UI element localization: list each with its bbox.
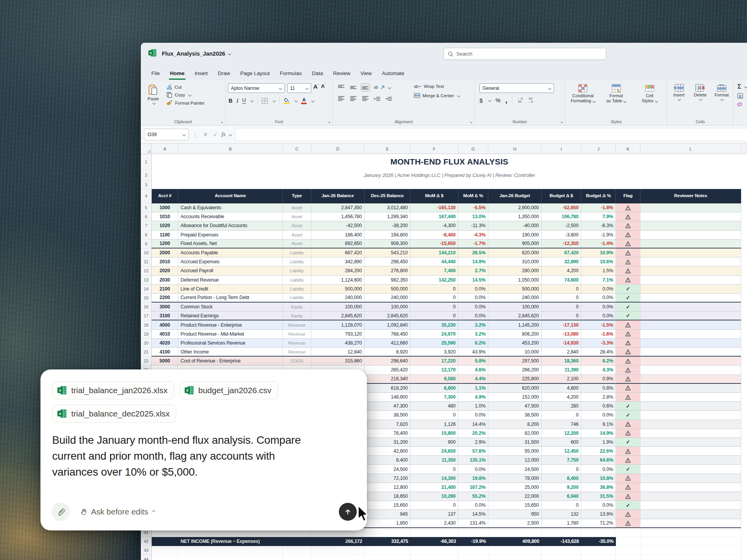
flag-warning-cell[interactable] <box>616 212 640 221</box>
sheet-cell[interactable]: 22,000 <box>488 492 542 501</box>
sheet-cell[interactable] <box>458 555 488 560</box>
sheet-cell[interactable]: 0 <box>410 303 458 312</box>
sheet-cell[interactable]: 1,145,200 <box>488 320 542 329</box>
empty-row[interactable] <box>152 181 747 189</box>
sheet-cell[interactable]: 7,750 <box>542 456 581 465</box>
row-header-14[interactable]: 14 <box>141 285 152 294</box>
flag-warning-cell[interactable] <box>616 231 640 240</box>
sheet-cell[interactable]: 0 <box>410 294 458 303</box>
sheet-cell[interactable]: 0.9% <box>581 375 616 384</box>
net-income-value-cell[interactable]: 266,172 <box>311 537 365 546</box>
reviewer-notes-cell[interactable] <box>640 456 741 465</box>
sheet-cell[interactable]: -3,600 <box>542 231 581 240</box>
sheet-cell[interactable]: Revenue <box>283 348 311 357</box>
net-income-value-cell[interactable]: -66,303 <box>410 537 458 546</box>
sheet-cell[interactable]: COGS <box>283 357 311 366</box>
flag-warning-cell[interactable] <box>616 375 640 384</box>
cut-button[interactable]: Cut <box>167 84 205 90</box>
font-color-button[interactable]: A <box>301 98 307 104</box>
sheet-cell[interactable]: Allowance for Doubtful Accounts <box>178 221 283 230</box>
sheet-cell[interactable]: 600 <box>542 438 581 447</box>
sheet-cell[interactable]: 4020 <box>152 339 178 348</box>
row-header-17[interactable]: 17 <box>141 312 152 320</box>
sheet-cell[interactable]: 3,920 <box>410 348 458 357</box>
sheet-cell[interactable]: 8,920 <box>365 348 410 357</box>
tab-page-layout[interactable]: Page Layout <box>235 67 275 80</box>
sheet-cell[interactable]: 10.9% <box>581 248 616 257</box>
reviewer-notes-cell[interactable] <box>640 240 741 248</box>
reviewer-notes-cell[interactable] <box>640 212 741 221</box>
conditional-formatting-button[interactable]: ConditionalFormatting <box>568 83 598 103</box>
sheet-cell[interactable]: 194,800 <box>365 231 410 240</box>
sheet-cell[interactable]: 0.8% <box>581 384 616 393</box>
sheet-cell[interactable]: 0.6% <box>581 402 616 411</box>
sheet-cell[interactable] <box>616 555 640 560</box>
table-header-cell[interactable]: Flag <box>616 189 640 203</box>
flag-warning-cell[interactable] <box>616 348 640 357</box>
sheet-cell[interactable]: 0.0% <box>581 411 616 420</box>
increase-indent-button[interactable] <box>386 96 392 102</box>
sheet-cell[interactable]: 12,840 <box>311 348 365 357</box>
row-header-11[interactable]: 11 <box>141 257 152 266</box>
sheet-cell[interactable]: 47,300 <box>365 402 410 411</box>
send-button[interactable] <box>339 503 357 521</box>
sheet-cell[interactable]: 0 <box>410 285 458 294</box>
sheet-cell[interactable]: 0.0% <box>581 303 616 312</box>
table-header-cell[interactable]: MoM Δ $ <box>410 189 458 203</box>
sheet-cell[interactable]: -6.3% <box>581 221 616 230</box>
sheet-cell[interactable]: Accounts Receivable <box>178 212 283 221</box>
sheet-cell[interactable]: 0 <box>542 411 581 420</box>
sheet-cell[interactable] <box>640 546 741 555</box>
fill-color-button[interactable] <box>284 98 290 104</box>
workbook-title-chevron-icon[interactable] <box>228 52 231 55</box>
flag-warning-cell[interactable] <box>616 257 640 266</box>
row-header-6[interactable]: 6 <box>141 212 152 221</box>
sheet-cell[interactable] <box>640 555 741 560</box>
sheet-cell[interactable] <box>410 528 458 537</box>
column-header-J[interactable]: J <box>581 144 616 154</box>
sheet-cell[interactable]: 2.8% <box>581 393 616 402</box>
reviewer-notes-cell[interactable] <box>640 519 741 528</box>
sheet-cell[interactable]: 38,500 <box>488 411 542 420</box>
sheet-cell[interactable]: 135.1% <box>458 456 488 465</box>
sheet-cell[interactable]: 284,200 <box>311 266 365 275</box>
sheet-cell[interactable]: 225,800 <box>488 375 542 384</box>
sheet-cell[interactable]: 620,000 <box>488 384 542 393</box>
sheet-cell[interactable]: Accrued Payroll <box>178 266 283 275</box>
sheet-cell[interactable]: Cash & Equivalents <box>178 203 283 212</box>
sheet-cell[interactable]: 4,200 <box>542 266 581 275</box>
sheet-cell[interactable]: 7.9% <box>581 212 616 221</box>
sheet-cell[interactable]: 20.2% <box>458 429 488 438</box>
paste-button[interactable]: Paste <box>143 83 163 106</box>
sheet-cell[interactable]: Liability <box>283 266 311 275</box>
sheet-cell[interactable]: 57.6% <box>458 447 488 456</box>
reviewer-notes-cell[interactable] <box>640 429 741 438</box>
sheet-cell[interactable]: 78,000 <box>488 474 542 483</box>
clipboard-dialog-launcher-icon[interactable]: ↘ <box>220 120 223 124</box>
flag-ok-cell[interactable]: ✓ <box>616 465 640 474</box>
sheet-cell[interactable]: 148,900 <box>365 393 410 402</box>
accounting-chevron-icon[interactable] <box>488 99 491 102</box>
sheet-cell[interactable]: -3.3% <box>581 339 616 348</box>
sheet-cell[interactable]: 14.9% <box>458 257 488 266</box>
column-header-E[interactable]: E <box>365 144 410 154</box>
sheet-cell[interactable]: 905,000 <box>488 240 542 248</box>
row-header-20[interactable]: 20 <box>141 339 152 348</box>
row-header-18[interactable]: 18 <box>141 320 152 329</box>
sheet-cell[interactable]: Retained Earnings <box>178 312 283 320</box>
sheet-cell[interactable]: Prepaid Expenses <box>178 231 283 240</box>
sheet-cell[interactable]: 10.6% <box>581 257 616 266</box>
tab-view[interactable]: View <box>355 67 377 80</box>
sheet-cell[interactable]: 24,670 <box>410 330 458 339</box>
flag-warning-cell[interactable] <box>616 519 640 528</box>
align-bottom-button[interactable] <box>362 84 369 90</box>
sheet-cell[interactable]: -1.6% <box>581 330 616 339</box>
column-header-C[interactable]: C <box>283 144 311 154</box>
sheet-cell[interactable]: 1.0% <box>458 402 488 411</box>
sheet-cell[interactable]: -17,130 <box>542 320 581 329</box>
insert-cells-button[interactable]: Insert <box>670 83 688 100</box>
sheet-cell[interactable]: Fixed Assets, Net <box>178 240 283 248</box>
sheet-cell[interactable]: 298,450 <box>365 257 410 266</box>
sheet-cell[interactable]: 1,780 <box>542 519 581 528</box>
attachment-chip[interactable]: xbudget_jan2026.csv <box>179 381 278 399</box>
